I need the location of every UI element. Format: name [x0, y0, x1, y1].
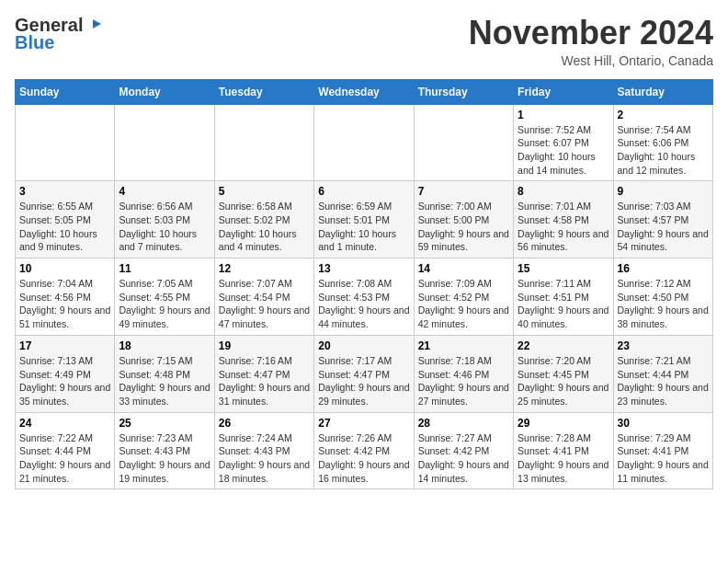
week-row-2: 3Sunrise: 6:55 AM Sunset: 5:05 PM Daylig… [16, 181, 713, 259]
day-number: 14 [418, 262, 509, 275]
calendar-cell: 24Sunrise: 7:22 AM Sunset: 4:44 PM Dayli… [16, 412, 115, 489]
calendar-cell: 18Sunrise: 7:15 AM Sunset: 4:48 PM Dayli… [115, 335, 214, 412]
logo: General Blue [15, 15, 101, 53]
day-number: 19 [219, 339, 310, 352]
day-info: Sunrise: 7:18 AM Sunset: 4:46 PM Dayligh… [418, 354, 509, 408]
column-header-saturday: Saturday [613, 79, 712, 104]
day-info: Sunrise: 7:29 AM Sunset: 4:41 PM Dayligh… [618, 431, 709, 486]
day-number: 21 [418, 339, 509, 352]
day-number: 18 [119, 339, 210, 352]
day-info: Sunrise: 7:00 AM Sunset: 5:00 PM Dayligh… [418, 200, 509, 254]
day-number: 29 [518, 417, 609, 430]
day-info: Sunrise: 7:13 AM Sunset: 4:49 PM Dayligh… [19, 354, 110, 408]
day-info: Sunrise: 7:17 AM Sunset: 4:47 PM Dayligh… [318, 354, 409, 408]
day-info: Sunrise: 7:05 AM Sunset: 4:55 PM Dayligh… [119, 277, 210, 331]
day-number: 13 [318, 262, 409, 275]
calendar-cell: 11Sunrise: 7:05 AM Sunset: 4:55 PM Dayli… [115, 259, 214, 336]
calendar-cell: 1Sunrise: 7:52 AM Sunset: 6:07 PM Daylig… [514, 104, 613, 181]
week-row-3: 10Sunrise: 7:04 AM Sunset: 4:56 PM Dayli… [16, 259, 713, 336]
calendar-cell: 19Sunrise: 7:16 AM Sunset: 4:47 PM Dayli… [214, 335, 313, 412]
day-info: Sunrise: 6:58 AM Sunset: 5:02 PM Dayligh… [219, 200, 310, 254]
location: West Hill, Ontario, Canada [469, 53, 713, 68]
day-number: 15 [518, 262, 609, 275]
day-info: Sunrise: 6:56 AM Sunset: 5:03 PM Dayligh… [119, 200, 210, 254]
day-info: Sunrise: 7:27 AM Sunset: 4:42 PM Dayligh… [418, 431, 509, 486]
day-number: 28 [418, 417, 509, 430]
logo-flag-icon [85, 17, 101, 34]
calendar-cell: 12Sunrise: 7:07 AM Sunset: 4:54 PM Dayli… [214, 259, 313, 336]
calendar-cell: 30Sunrise: 7:29 AM Sunset: 4:41 PM Dayli… [613, 412, 712, 489]
calendar-cell [214, 104, 313, 181]
calendar-cell: 29Sunrise: 7:28 AM Sunset: 4:41 PM Dayli… [514, 412, 613, 489]
calendar-cell: 3Sunrise: 6:55 AM Sunset: 5:05 PM Daylig… [16, 181, 115, 259]
day-number: 27 [318, 417, 409, 430]
calendar-cell: 22Sunrise: 7:20 AM Sunset: 4:45 PM Dayli… [514, 335, 613, 412]
calendar-cell [16, 104, 115, 181]
day-number: 26 [219, 417, 310, 430]
day-info: Sunrise: 6:55 AM Sunset: 5:05 PM Dayligh… [19, 200, 110, 254]
day-number: 9 [618, 185, 709, 198]
day-info: Sunrise: 7:07 AM Sunset: 4:54 PM Dayligh… [219, 277, 310, 331]
day-number: 17 [19, 339, 110, 352]
calendar-cell: 6Sunrise: 6:59 AM Sunset: 5:01 PM Daylig… [314, 181, 414, 259]
calendar-cell [314, 104, 414, 181]
column-header-friday: Friday [514, 79, 613, 104]
calendar-cell: 8Sunrise: 7:01 AM Sunset: 4:58 PM Daylig… [514, 181, 613, 259]
day-number: 3 [19, 185, 110, 198]
week-row-4: 17Sunrise: 7:13 AM Sunset: 4:49 PM Dayli… [16, 335, 713, 412]
calendar-cell: 14Sunrise: 7:09 AM Sunset: 4:52 PM Dayli… [414, 259, 513, 336]
calendar-table: SundayMondayTuesdayWednesdayThursdayFrid… [15, 79, 713, 490]
day-number: 11 [119, 262, 210, 275]
calendar-cell: 16Sunrise: 7:12 AM Sunset: 4:50 PM Dayli… [613, 259, 712, 336]
day-number: 4 [119, 185, 210, 198]
calendar-cell [414, 104, 513, 181]
calendar-cell: 2Sunrise: 7:54 AM Sunset: 6:06 PM Daylig… [613, 104, 712, 181]
calendar-cell: 10Sunrise: 7:04 AM Sunset: 4:56 PM Dayli… [16, 259, 115, 336]
day-number: 30 [618, 417, 709, 430]
day-info: Sunrise: 7:23 AM Sunset: 4:43 PM Dayligh… [119, 431, 210, 486]
calendar-cell: 9Sunrise: 7:03 AM Sunset: 4:57 PM Daylig… [613, 181, 712, 259]
calendar-cell: 13Sunrise: 7:08 AM Sunset: 4:53 PM Dayli… [314, 259, 414, 336]
day-number: 23 [618, 339, 709, 352]
day-info: Sunrise: 7:01 AM Sunset: 4:58 PM Dayligh… [518, 200, 609, 254]
day-number: 6 [318, 185, 409, 198]
calendar-cell: 4Sunrise: 6:56 AM Sunset: 5:03 PM Daylig… [115, 181, 214, 259]
day-info: Sunrise: 7:24 AM Sunset: 4:43 PM Dayligh… [219, 431, 310, 486]
day-info: Sunrise: 7:08 AM Sunset: 4:53 PM Dayligh… [318, 277, 409, 331]
calendar-cell: 21Sunrise: 7:18 AM Sunset: 4:46 PM Dayli… [414, 335, 513, 412]
calendar-cell: 26Sunrise: 7:24 AM Sunset: 4:43 PM Dayli… [214, 412, 313, 489]
day-number: 7 [418, 185, 509, 198]
calendar-cell: 17Sunrise: 7:13 AM Sunset: 4:49 PM Dayli… [16, 335, 115, 412]
day-info: Sunrise: 7:52 AM Sunset: 6:07 PM Dayligh… [518, 123, 609, 178]
calendar-cell: 28Sunrise: 7:27 AM Sunset: 4:42 PM Dayli… [414, 412, 513, 489]
day-info: Sunrise: 7:04 AM Sunset: 4:56 PM Dayligh… [19, 277, 110, 331]
page-header: General Blue November 2024 West Hill, On… [15, 15, 713, 68]
column-header-sunday: Sunday [16, 79, 115, 104]
day-info: Sunrise: 6:59 AM Sunset: 5:01 PM Dayligh… [318, 200, 409, 254]
day-info: Sunrise: 7:21 AM Sunset: 4:44 PM Dayligh… [618, 354, 709, 408]
calendar-cell: 7Sunrise: 7:00 AM Sunset: 5:00 PM Daylig… [414, 181, 513, 259]
day-number: 8 [518, 185, 609, 198]
day-info: Sunrise: 7:11 AM Sunset: 4:51 PM Dayligh… [518, 277, 609, 331]
day-number: 10 [19, 262, 110, 275]
calendar-cell: 25Sunrise: 7:23 AM Sunset: 4:43 PM Dayli… [115, 412, 214, 489]
day-number: 22 [518, 339, 609, 352]
calendar-cell: 23Sunrise: 7:21 AM Sunset: 4:44 PM Dayli… [613, 335, 712, 412]
day-number: 16 [618, 262, 709, 275]
day-info: Sunrise: 7:22 AM Sunset: 4:44 PM Dayligh… [19, 431, 110, 486]
day-info: Sunrise: 7:15 AM Sunset: 4:48 PM Dayligh… [119, 354, 210, 408]
week-row-5: 24Sunrise: 7:22 AM Sunset: 4:44 PM Dayli… [16, 412, 713, 489]
day-info: Sunrise: 7:12 AM Sunset: 4:50 PM Dayligh… [618, 277, 709, 331]
column-header-thursday: Thursday [414, 79, 513, 104]
column-header-wednesday: Wednesday [314, 79, 414, 104]
column-header-monday: Monday [115, 79, 214, 104]
day-number: 25 [119, 417, 210, 430]
day-info: Sunrise: 7:26 AM Sunset: 4:42 PM Dayligh… [318, 431, 409, 486]
month-title: November 2024 [469, 15, 713, 52]
calendar-cell: 15Sunrise: 7:11 AM Sunset: 4:51 PM Dayli… [514, 259, 613, 336]
day-info: Sunrise: 7:09 AM Sunset: 4:52 PM Dayligh… [418, 277, 509, 331]
day-number: 1 [518, 109, 609, 121]
day-number: 2 [618, 109, 709, 121]
day-number: 24 [19, 417, 110, 430]
day-number: 12 [219, 262, 310, 275]
